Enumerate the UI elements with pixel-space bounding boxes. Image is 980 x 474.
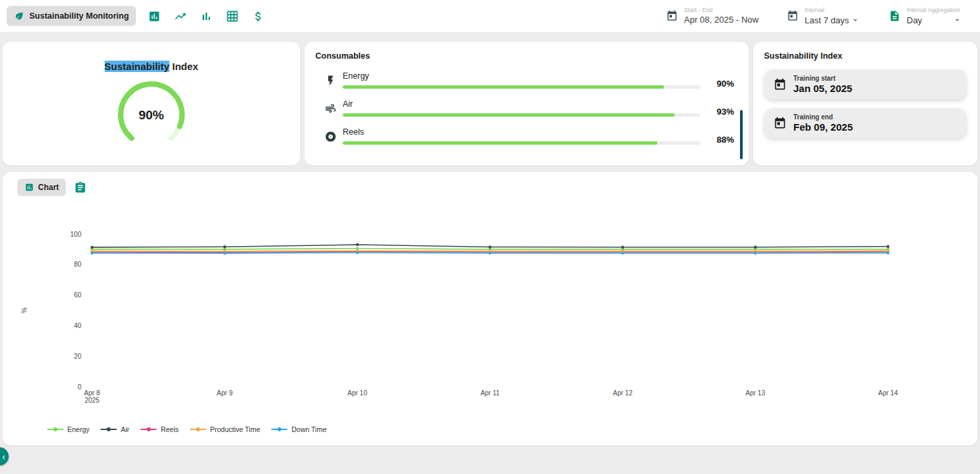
grid-button[interactable] xyxy=(222,6,242,26)
chart-card: Chart 020406080100Apr 8Apr 9Apr 10Apr 11… xyxy=(3,172,977,445)
legend-item-energy[interactable]: Energy xyxy=(47,425,89,433)
interval-label: Interval xyxy=(805,7,861,13)
svg-text:40: 40 xyxy=(74,322,82,329)
consumable-percent: 88% xyxy=(706,135,734,145)
calendar-icon xyxy=(773,117,787,130)
interval-value: Last 7 days xyxy=(805,15,849,25)
consumable-row-reels: Reels88% xyxy=(305,127,749,145)
consumable-percent: 93% xyxy=(706,107,734,117)
consumables-list: Energy90%Air93%Reels88% xyxy=(305,71,749,145)
consumables-card: Consumables Energy90%Air93%Reels88% xyxy=(305,42,749,165)
svg-text:%: % xyxy=(21,307,28,313)
legend-item-air[interactable]: Air xyxy=(100,425,129,433)
index-row-body: Training endFeb 09, 2025 xyxy=(793,113,853,133)
legend-item-down-time[interactable]: Down Time xyxy=(271,425,327,433)
chart-header: Chart xyxy=(3,172,977,196)
grid-icon xyxy=(226,10,239,23)
consumable-row-air: Air93% xyxy=(305,99,749,117)
document-icon xyxy=(889,10,901,22)
bar-chart-button[interactable] xyxy=(196,6,216,26)
consumables-title: Consumables xyxy=(305,42,749,61)
chart-legend: EnergyAirReelsProductive TimeDown Time xyxy=(47,425,977,433)
consumable-name: Energy xyxy=(343,71,700,81)
interval-select[interactable]: Interval Last 7 days xyxy=(787,7,861,25)
leaf-icon xyxy=(14,11,25,21)
index-row-label: Training end xyxy=(793,113,853,121)
svg-text:Apr 13: Apr 13 xyxy=(745,389,765,397)
svg-text:Apr 10: Apr 10 xyxy=(347,389,367,397)
title-rest: Index xyxy=(169,61,198,72)
gauge-chart[interactable]: 90% xyxy=(114,77,189,152)
legend-label: Reels xyxy=(161,425,179,433)
index-row-value: Jan 05, 2025 xyxy=(793,83,852,94)
dollar-icon xyxy=(252,10,265,23)
top-toolbar: Sustainability Monitoring Start - End Ap… xyxy=(0,0,980,32)
chevron-down-icon xyxy=(952,15,963,25)
legend-marker xyxy=(140,426,157,433)
chart-icon xyxy=(25,183,34,192)
svg-text:60: 60 xyxy=(74,291,82,299)
legend-item-reels[interactable]: Reels xyxy=(140,425,179,433)
svg-text:20: 20 xyxy=(74,353,82,360)
lightning-icon xyxy=(325,75,337,87)
consumable-progress-fill xyxy=(343,113,675,117)
chevron-down-icon xyxy=(850,15,861,25)
reel-icon xyxy=(325,131,337,143)
air-icon xyxy=(325,103,337,115)
index-row-training-start[interactable]: Training startJan 05, 2025 xyxy=(764,69,967,99)
scrollbar[interactable] xyxy=(740,110,743,159)
svg-text:Apr 14: Apr 14 xyxy=(878,389,898,397)
trending-up-button[interactable] xyxy=(170,6,190,26)
sustainability-index-card: Sustainability Index Training startJan 0… xyxy=(753,42,977,165)
consumable-main: Reels xyxy=(343,127,700,145)
toolbar-icon-buttons xyxy=(144,6,268,26)
index-row-training-end[interactable]: Training endFeb 09, 2025 xyxy=(764,108,967,138)
aggregation-label: Interval Aggregation xyxy=(907,7,963,13)
date-range-label: Start - End xyxy=(684,7,759,13)
aggregation-body: Interval Aggregation Day xyxy=(907,7,963,25)
chart-toggle-button[interactable]: Chart xyxy=(17,179,66,196)
report-icon xyxy=(74,181,87,194)
toolbar-left: Sustainability Monitoring xyxy=(0,6,268,26)
date-range-body: Start - End Apr 08, 2025 - Now xyxy=(684,7,759,25)
date-range-value: Apr 08, 2025 - Now xyxy=(684,15,759,25)
legend-label: Air xyxy=(121,425,129,433)
title-highlighted-text: Sustainability xyxy=(105,61,170,72)
chart-box-icon xyxy=(148,10,161,23)
aggregation-value: Day xyxy=(907,15,922,25)
gauge-value: 90% xyxy=(139,108,164,122)
svg-text:Apr 11: Apr 11 xyxy=(481,389,500,397)
consumable-progress-track xyxy=(343,113,700,117)
svg-text:Apr 8: Apr 8 xyxy=(84,389,100,397)
consumable-main: Air xyxy=(343,99,700,117)
report-button[interactable] xyxy=(71,179,89,196)
index-row-body: Training startJan 05, 2025 xyxy=(793,75,852,94)
calendar-icon xyxy=(666,10,678,22)
legend-marker xyxy=(189,426,207,433)
consumable-row-energy: Energy90% xyxy=(305,71,749,89)
interval-aggregation-select[interactable]: Interval Aggregation Day xyxy=(889,7,963,25)
date-range-control[interactable]: Start - End Apr 08, 2025 - Now xyxy=(666,7,759,25)
legend-marker xyxy=(271,426,288,433)
svg-text:80: 80 xyxy=(74,261,82,268)
chevron-left-icon: ‹ xyxy=(2,451,5,462)
sustainability-monitoring-button[interactable]: Sustainability Monitoring xyxy=(7,6,136,26)
interval-body: Interval Last 7 days xyxy=(805,7,861,25)
line-chart[interactable]: 020406080100Apr 8Apr 9Apr 10Apr 11Apr 12… xyxy=(3,200,976,404)
trending-up-icon xyxy=(174,10,187,23)
app-title: Sustainability Monitoring xyxy=(29,11,129,21)
bar-chart-icon xyxy=(200,10,213,23)
calendar-icon xyxy=(773,78,787,91)
svg-text:100: 100 xyxy=(70,231,81,238)
consumable-name: Reels xyxy=(343,127,700,137)
legend-item-productive-time[interactable]: Productive Time xyxy=(189,425,260,433)
legend-label: Productive Time xyxy=(210,425,260,433)
consumable-progress-track xyxy=(343,141,700,145)
chart-toggle-label: Chart xyxy=(38,183,59,192)
chart-box-button[interactable] xyxy=(144,6,164,26)
index-rows: Training startJan 05, 2025Training endFe… xyxy=(764,69,967,138)
collapse-panel-button[interactable]: ‹ xyxy=(0,447,9,465)
dollar-button[interactable] xyxy=(248,6,268,26)
legend-marker xyxy=(47,426,64,433)
sustainability-gauge-card: Sustainability Index 90% xyxy=(3,42,300,165)
